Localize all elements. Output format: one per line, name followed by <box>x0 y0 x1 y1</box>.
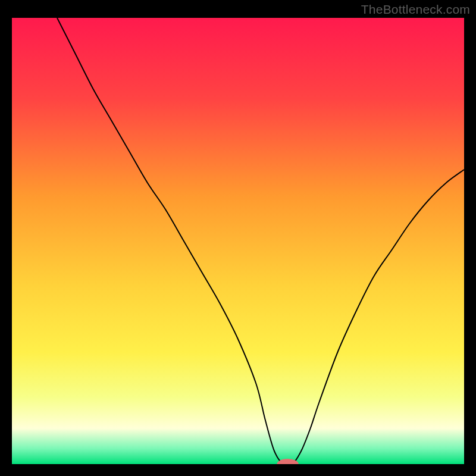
chart-frame: TheBottleneck.com <box>0 0 476 476</box>
watermark-text: TheBottleneck.com <box>361 2 470 17</box>
chart-svg <box>12 18 464 464</box>
gradient-background <box>12 18 464 464</box>
plot-area <box>12 18 464 464</box>
